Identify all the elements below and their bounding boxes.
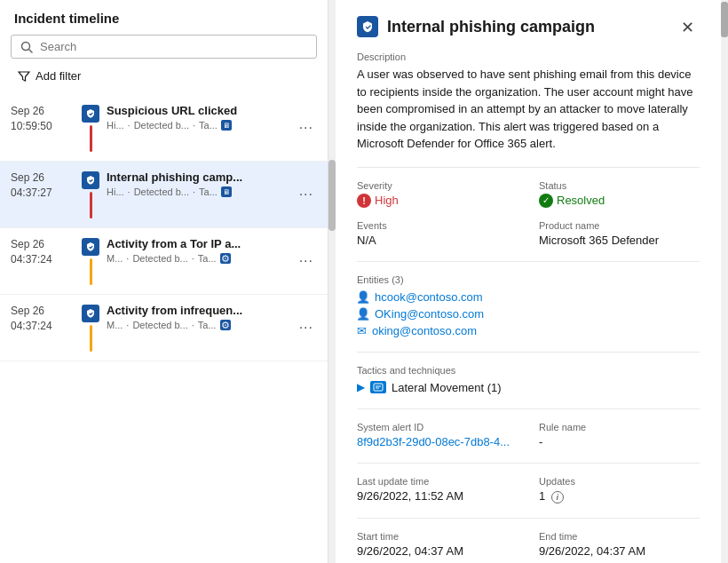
- icon-col: [82, 237, 99, 285]
- severity-high-icon: !: [357, 194, 371, 208]
- item-time: 04:37:27: [11, 186, 75, 201]
- start-time-value: 9/26/2022, 04:37 AM: [357, 544, 518, 558]
- severity-status-grid: Severity ! High Status ✓ Resolved Events…: [357, 180, 700, 247]
- meta1: M...: [107, 320, 123, 330]
- shield-icon: [82, 238, 99, 256]
- entity-link-2[interactable]: ✉ oking@contoso.com: [357, 324, 700, 337]
- events-value: N/A: [357, 234, 518, 247]
- end-time-item: End time 9/26/2022, 04:37 AM: [539, 531, 700, 558]
- add-filter-button[interactable]: Add filter: [11, 66, 317, 86]
- rule-name-value: -: [539, 435, 700, 448]
- updates-label: Updates: [539, 476, 700, 487]
- meta3: Ta...: [199, 186, 218, 197]
- icon-col: [82, 304, 99, 352]
- right-panel: Internal phishing campaign ✕ Description…: [336, 0, 721, 563]
- last-update-value: 9/26/2022, 11:52 AM: [357, 489, 518, 503]
- left-panel: Incident timeline Add filter Sep 26 10:5…: [0, 0, 328, 563]
- updates-value: 1 i: [539, 489, 700, 504]
- title-row: Internal phishing campaign: [357, 16, 595, 37]
- description-label: Description: [357, 52, 700, 62]
- meta-sep2: ·: [193, 186, 195, 197]
- divider: [357, 463, 700, 464]
- time-col: Sep 26 10:59:50: [11, 104, 75, 152]
- tactic-name: Lateral Movement (1): [392, 381, 502, 394]
- end-time-value: 9/26/2022, 04:37 AM: [539, 544, 700, 558]
- meta-sep2: ·: [192, 253, 194, 264]
- svg-line-1: [29, 49, 33, 52]
- system-alert-id-link[interactable]: 8f9d2b3f-29d0-08ec-7db8-4...: [357, 435, 510, 448]
- events-label: Events: [357, 220, 518, 231]
- alert-meta: M... · Detected b... · Ta... ⚙: [107, 320, 296, 330]
- shield-icon: [357, 16, 378, 37]
- severity-label: Severity: [357, 180, 518, 191]
- tactics-section: Tactics and techniques ▶ Lateral Movemen…: [357, 365, 700, 394]
- item-date: Sep 26: [11, 170, 75, 186]
- item-time: 10:59:50: [11, 119, 75, 134]
- meta-sep2: ·: [192, 320, 194, 330]
- ellipsis-button[interactable]: ···: [296, 304, 317, 352]
- tag-icon: ⚙: [220, 320, 231, 330]
- item-date: Sep 26: [11, 304, 75, 319]
- meta2: Detected b...: [134, 186, 189, 197]
- timeline-item[interactable]: Sep 26 04:37:24 Activity from infrequen.…: [0, 295, 328, 361]
- status-value: ✓ Resolved: [539, 194, 700, 208]
- ellipsis-button[interactable]: ···: [296, 104, 317, 152]
- timeline-list: Sep 26 10:59:50 Suspicious URL clicked H…: [0, 95, 328, 563]
- entity-value-2: oking@contoso.com: [372, 324, 477, 337]
- close-button[interactable]: ✕: [676, 16, 700, 39]
- product-name-value: Microsoft 365 Defender: [539, 234, 700, 247]
- alert-title: Activity from infrequen...: [107, 304, 296, 317]
- search-icon: [20, 41, 33, 53]
- panel-title: Incident timeline: [0, 11, 328, 35]
- time-col: Sep 26 04:37:24: [11, 237, 75, 285]
- divider: [357, 167, 700, 168]
- tactic-icon: [370, 381, 386, 393]
- severity-bar: [90, 325, 92, 352]
- content-col: Activity from a Tor IP a... M... · Detec…: [107, 237, 296, 285]
- item-date: Sep 26: [11, 237, 75, 252]
- events-item: Events N/A: [357, 220, 518, 247]
- severity-bar: [90, 192, 92, 218]
- info-icon[interactable]: i: [551, 491, 564, 504]
- alert-meta: M... · Detected b... · Ta... ⚙: [107, 253, 296, 264]
- shield-icon: [82, 171, 99, 189]
- entity-link-0[interactable]: 👤 hcook@contoso.com: [357, 290, 700, 304]
- alert-meta: Hi... · Detected b... · Ta... 🖥: [107, 120, 296, 131]
- last-update-item: Last update time 9/26/2022, 11:52 AM: [357, 476, 518, 504]
- updates-item: Updates 1 i: [539, 476, 700, 504]
- meta3: Ta...: [199, 120, 218, 131]
- entity-link-1[interactable]: 👤 OKing@contoso.com: [357, 307, 700, 321]
- severity-bar: [90, 258, 92, 285]
- ellipsis-button[interactable]: ···: [296, 170, 317, 218]
- start-time-label: Start time: [357, 531, 518, 542]
- timeline-scrollbar-thumb[interactable]: [328, 160, 336, 231]
- add-filter-label: Add filter: [36, 69, 81, 83]
- divider: [357, 352, 700, 353]
- outer-scrollbar-thumb[interactable]: [721, 2, 728, 37]
- product-name-item: Product name Microsoft 365 Defender: [539, 220, 700, 247]
- timeline-item[interactable]: Sep 26 10:59:50 Suspicious URL clicked H…: [0, 95, 328, 162]
- mail-icon: ✉: [357, 324, 367, 337]
- timeline-item[interactable]: Sep 26 04:37:27 Internal phishing camp..…: [0, 162, 328, 228]
- meta1: M...: [107, 253, 123, 264]
- tactic-item: ▶ Lateral Movement (1): [357, 381, 700, 394]
- end-time-label: End time: [539, 531, 700, 542]
- status-value-text: Resolved: [557, 194, 605, 207]
- tactic-expand-icon[interactable]: ▶: [357, 381, 365, 393]
- rule-name-label: Rule name: [539, 422, 700, 432]
- shield-icon: [82, 105, 99, 123]
- search-bar[interactable]: [11, 35, 317, 59]
- tag-icon: 🖥: [221, 186, 232, 197]
- meta-sep: ·: [128, 120, 131, 131]
- severity-bar: [90, 125, 92, 152]
- alert-meta: Hi... · Detected b... · Ta... 🖥: [107, 186, 296, 197]
- update-grid: Last update time 9/26/2022, 11:52 AM Upd…: [357, 476, 700, 504]
- timeline-scrollbar-track: [328, 0, 336, 563]
- ellipsis-button[interactable]: ···: [296, 237, 317, 285]
- meta3: Ta...: [198, 253, 217, 264]
- product-name-label: Product name: [539, 220, 700, 231]
- filter-icon: [18, 70, 30, 83]
- timeline-item[interactable]: Sep 26 04:37:24 Activity from a Tor IP a…: [0, 228, 328, 295]
- meta-sep: ·: [128, 186, 131, 197]
- search-input[interactable]: [40, 40, 307, 53]
